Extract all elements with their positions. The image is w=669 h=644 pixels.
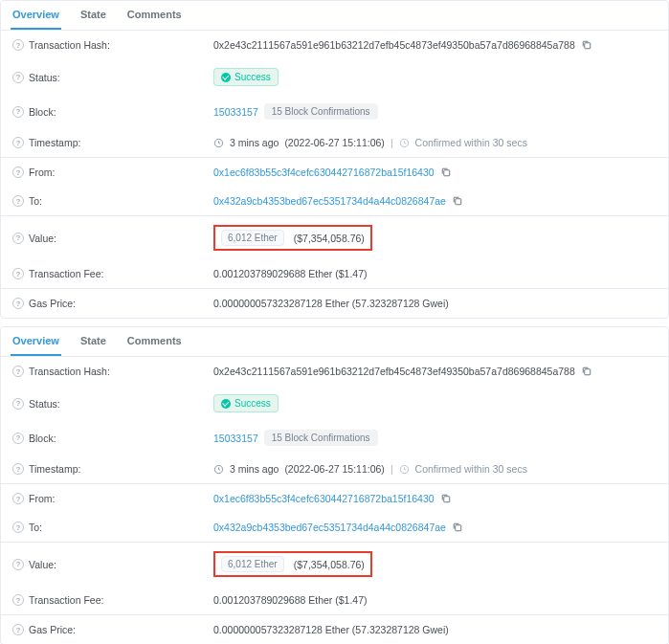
row-block: ?Block: 15033157 15 Block Confirmations [1, 95, 668, 128]
label-txfee: Transaction Fee: [29, 594, 103, 606]
block-link[interactable]: 15033157 [213, 433, 258, 444]
status-text: Success [234, 72, 271, 82]
clock-icon [399, 464, 410, 475]
status-badge: Success [213, 394, 279, 412]
value-ether: 6,012 Ether [221, 230, 284, 246]
confirmed-within: Confirmed within 30 secs [415, 463, 527, 475]
time-ago: 3 mins ago [230, 463, 279, 475]
help-icon[interactable]: ? [12, 298, 24, 309]
help-icon[interactable]: ? [12, 137, 24, 148]
label-value: Value: [29, 233, 56, 244]
svg-rect-9 [456, 525, 461, 531]
from-address-link[interactable]: 0x1ec6f83b55c3f4cefc630442716872ba15f164… [213, 167, 435, 178]
label-value: Value: [29, 559, 56, 570]
label-gasprice: Gas Price: [29, 298, 76, 309]
svg-rect-5 [585, 369, 591, 375]
label-timestamp: Timestamp: [29, 463, 80, 475]
copy-icon[interactable] [452, 522, 463, 533]
svg-rect-8 [443, 497, 449, 502]
help-icon[interactable]: ? [12, 268, 24, 279]
help-icon[interactable]: ? [12, 195, 24, 207]
help-icon[interactable]: ? [12, 559, 24, 570]
label-from: From: [29, 167, 55, 178]
help-icon[interactable]: ? [12, 398, 24, 410]
label-block: Block: [29, 106, 56, 118]
label-to: To: [29, 195, 42, 207]
svg-rect-4 [456, 199, 461, 205]
value-usd: ($7,354,058.76) [294, 559, 365, 570]
value-txhash: 0x2e43c2111567a591e961b63212d7efb45c4873… [213, 39, 575, 51]
help-icon[interactable]: ? [12, 594, 24, 606]
clock-icon [213, 138, 224, 148]
value-txhash: 0x2e43c2111567a591e961b63212d7efb45c4873… [213, 366, 575, 377]
label-block: Block: [29, 433, 56, 444]
row-gasprice: ?Gas Price: 0.000000057323287128 Ether (… [1, 289, 668, 318]
row-timestamp: ?Timestamp: 3 mins ago (2022-06-27 15:11… [1, 455, 668, 483]
help-icon[interactable]: ? [12, 167, 24, 178]
block-link[interactable]: 15033157 [213, 106, 258, 118]
row-txfee: ?Transaction Fee: 0.001203789029688 Ethe… [1, 586, 668, 614]
to-address-link[interactable]: 0x432a9cb4353bed67ec5351734d4a44c0826847… [213, 522, 446, 533]
value-txfee: 0.001203789029688 Ether ($1.47) [213, 594, 368, 606]
help-icon[interactable]: ? [12, 233, 24, 244]
row-gasprice: ?Gas Price: 0.000000057323287128 Ether (… [1, 615, 668, 644]
help-icon[interactable]: ? [12, 624, 24, 635]
help-icon[interactable]: ? [12, 72, 24, 83]
tab-state[interactable]: State [78, 1, 108, 30]
transaction-panel: Overview State Comments ?Transaction Has… [0, 0, 669, 319]
row-block: ?Block: 15033157 15 Block Confirmations [1, 421, 668, 455]
help-icon[interactable]: ? [12, 366, 24, 377]
tabs: Overview State Comments [1, 1, 668, 31]
copy-icon[interactable] [440, 493, 452, 504]
row-from: ?From: 0x1ec6f83b55c3f4cefc630442716872b… [1, 158, 668, 187]
tab-comments[interactable]: Comments [125, 327, 184, 356]
row-to: ?To: 0x432a9cb4353bed67ec5351734d4a44c08… [1, 513, 668, 542]
confirmations-badge: 15 Block Confirmations [264, 103, 378, 120]
row-txhash: ?Transaction Hash: 0x2e43c2111567a591e96… [1, 31, 668, 59]
row-to: ?To: 0x432a9cb4353bed67ec5351734d4a44c08… [1, 187, 668, 215]
value-txfee: 0.001203789029688 Ether ($1.47) [213, 268, 368, 279]
copy-icon[interactable] [581, 39, 592, 51]
row-txhash: ?Transaction Hash: 0x2e43c2111567a591e96… [1, 357, 668, 386]
help-icon[interactable]: ? [12, 463, 24, 475]
row-from: ?From: 0x1ec6f83b55c3f4cefc630442716872b… [1, 484, 668, 513]
to-address-link[interactable]: 0x432a9cb4353bed67ec5351734d4a44c0826847… [213, 195, 446, 207]
row-txfee: ?Transaction Fee: 0.001203789029688 Ethe… [1, 259, 668, 288]
time-exact: (2022-06-27 15:11:06) [284, 137, 385, 148]
help-icon[interactable]: ? [12, 106, 24, 118]
label-gasprice: Gas Price: [29, 624, 76, 635]
help-icon[interactable]: ? [12, 522, 24, 533]
label-timestamp: Timestamp: [29, 137, 80, 148]
svg-rect-3 [443, 170, 449, 176]
value-highlight: 6,012 Ether ($7,354,058.76) [213, 225, 372, 251]
value-usd: ($7,354,058.76) [294, 233, 365, 244]
label-status: Status: [29, 398, 60, 410]
row-status: ?Status: Success [1, 59, 668, 95]
tab-overview[interactable]: Overview [11, 327, 61, 356]
value-gasprice: 0.000000057323287128 Ether (57.323287128… [213, 624, 449, 635]
label-status: Status: [29, 72, 60, 83]
label-txfee: Transaction Fee: [29, 268, 103, 279]
tab-state[interactable]: State [78, 327, 108, 356]
divider: | [390, 137, 393, 148]
row-timestamp: ?Timestamp: 3 mins ago (2022-06-27 15:11… [1, 128, 668, 157]
confirmations-badge: 15 Block Confirmations [264, 430, 378, 446]
clock-icon [213, 464, 224, 475]
check-icon [221, 399, 231, 409]
copy-icon[interactable] [452, 195, 463, 207]
svg-rect-0 [585, 43, 591, 49]
tab-overview[interactable]: Overview [11, 1, 61, 30]
check-icon [221, 73, 231, 82]
value-ether: 6,012 Ether [221, 556, 284, 572]
help-icon[interactable]: ? [12, 493, 24, 504]
time-exact: (2022-06-27 15:11:06) [284, 463, 385, 475]
time-ago: 3 mins ago [230, 137, 279, 148]
from-address-link[interactable]: 0x1ec6f83b55c3f4cefc630442716872ba15f164… [213, 493, 435, 504]
help-icon[interactable]: ? [12, 39, 24, 51]
tab-comments[interactable]: Comments [125, 1, 184, 30]
help-icon[interactable]: ? [12, 433, 24, 444]
copy-icon[interactable] [581, 366, 592, 377]
tabs: Overview State Comments [1, 327, 668, 357]
copy-icon[interactable] [440, 167, 452, 178]
label-to: To: [29, 522, 42, 533]
